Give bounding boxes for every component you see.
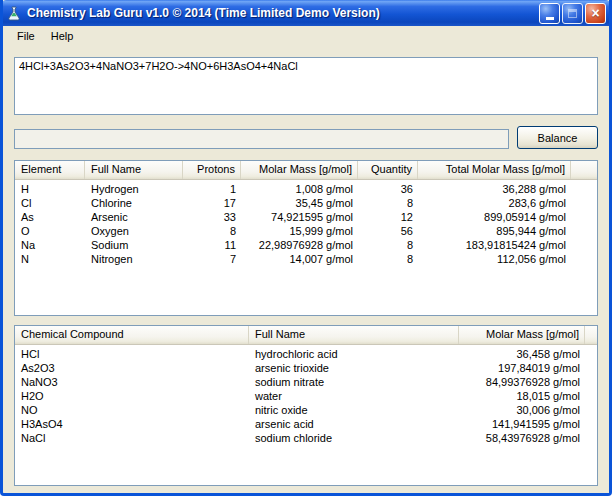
table-cell: hydrochloric acid <box>249 347 459 361</box>
table-cell: NaCl <box>15 431 249 445</box>
compounds-listview: Chemical Compound Full Name Molar Mass [… <box>14 325 598 486</box>
table-cell: 8 <box>358 252 418 266</box>
table-cell: 36 <box>358 182 418 196</box>
table-cell: water <box>249 389 459 403</box>
table-cell: 74,921595 g/mol <box>241 210 358 224</box>
table-cell: O <box>15 224 85 238</box>
column-header-filler <box>585 326 597 344</box>
column-header-protons[interactable]: Protons <box>183 161 241 179</box>
column-header-total-molar-mass[interactable]: Total Molar Mass [g/mol] <box>418 161 571 179</box>
table-row[interactable]: NaNO3sodium nitrate84,99376928 g/mol <box>15 375 597 389</box>
table-cell: 33 <box>183 210 241 224</box>
table-row[interactable]: AsArsenic3374,921595 g/mol12899,05914 g/… <box>15 210 597 224</box>
table-cell: 36,288 g/mol <box>418 182 571 196</box>
table-cell: As2O3 <box>15 361 249 375</box>
compounds-table-body: HClhydrochloric acid36,458 g/molAs2O3ars… <box>15 345 597 445</box>
table-cell: 56 <box>358 224 418 238</box>
table-cell: N <box>15 252 85 266</box>
table-cell: 7 <box>183 252 241 266</box>
table-cell: HCl <box>15 347 249 361</box>
table-cell: 8 <box>358 238 418 252</box>
table-row[interactable]: HHydrogen11,008 g/mol3636,288 g/mol <box>15 182 597 196</box>
table-row[interactable]: NOnitric oxide30,006 g/mol <box>15 403 597 417</box>
table-cell: H2O <box>15 389 249 403</box>
table-cell: 18,015 g/mol <box>459 389 585 403</box>
window-title: Chemistry Lab Guru v1.0 © 2014 (Time Lim… <box>27 6 539 20</box>
column-header-element[interactable]: Element <box>15 161 85 179</box>
table-cell: sodium chloride <box>249 431 459 445</box>
table-cell: arsenic trioxide <box>249 361 459 375</box>
window-controls: × <box>539 3 606 24</box>
elements-table-header: Element Full Name Protons Molar Mass [g/… <box>15 161 597 180</box>
table-cell: nitric oxide <box>249 403 459 417</box>
minimize-icon <box>546 17 554 20</box>
table-cell: 112,056 g/mol <box>418 252 571 266</box>
column-header-molar-mass[interactable]: Molar Mass [g/mol] <box>241 161 358 179</box>
table-cell: 22,98976928 g/mol <box>241 238 358 252</box>
titlebar[interactable]: Chemistry Lab Guru v1.0 © 2014 (Time Lim… <box>0 0 612 26</box>
table-cell: Cl <box>15 196 85 210</box>
column-header-chemical-compound[interactable]: Chemical Compound <box>15 326 249 344</box>
table-cell: Sodium <box>85 238 183 252</box>
table-row[interactable]: OOxygen815,999 g/mol56895,944 g/mol <box>15 224 597 238</box>
table-row[interactable]: H2Owater18,015 g/mol <box>15 389 597 403</box>
balanced-equation-input[interactable] <box>14 129 509 149</box>
table-cell: Na <box>15 238 85 252</box>
column-header-filler <box>571 161 597 179</box>
table-row[interactable]: NNitrogen714,007 g/mol8112,056 g/mol <box>15 252 597 266</box>
table-cell: Hydrogen <box>85 182 183 196</box>
table-cell: Arsenic <box>85 210 183 224</box>
table-cell: sodium nitrate <box>249 375 459 389</box>
app-flask-icon <box>6 5 22 21</box>
table-cell: 895,944 g/mol <box>418 224 571 238</box>
table-cell: 899,05914 g/mol <box>418 210 571 224</box>
close-icon: × <box>591 6 599 20</box>
table-cell: H <box>15 182 85 196</box>
table-row[interactable]: HClhydrochloric acid36,458 g/mol <box>15 347 597 361</box>
table-cell: 141,941595 g/mol <box>459 417 585 431</box>
table-row[interactable]: NaClsodium chloride58,43976928 g/mol <box>15 431 597 445</box>
table-cell: NO <box>15 403 249 417</box>
table-cell: 197,84019 g/mol <box>459 361 585 375</box>
table-cell: Nitrogen <box>85 252 183 266</box>
table-row[interactable]: As2O3arsenic trioxide197,84019 g/mol <box>15 361 597 375</box>
table-row[interactable]: NaSodium1122,98976928 g/mol8183,91815424… <box>15 238 597 252</box>
menu-file[interactable]: File <box>9 26 43 49</box>
column-header-molar-mass[interactable]: Molar Mass [g/mol] <box>459 326 585 344</box>
table-cell: 17 <box>183 196 241 210</box>
table-cell: NaNO3 <box>15 375 249 389</box>
balance-button[interactable]: Balance <box>517 126 598 149</box>
close-button[interactable]: × <box>585 3 606 24</box>
table-cell: 8 <box>183 224 241 238</box>
menu-bar: File Help <box>3 26 609 49</box>
equation-textarea[interactable]: 4HCl+3As2O3+4NaNO3+7H2O->4NO+6H3AsO4+4Na… <box>14 57 598 115</box>
table-cell: arsenic acid <box>249 417 459 431</box>
table-cell: Oxygen <box>85 224 183 238</box>
table-row[interactable]: H3AsO4arsenic acid141,941595 g/mol <box>15 417 597 431</box>
table-row[interactable]: ClChlorine1735,45 g/mol8283,6 g/mol <box>15 196 597 210</box>
compounds-table-header: Chemical Compound Full Name Molar Mass [… <box>15 326 597 345</box>
column-header-full-name[interactable]: Full Name <box>249 326 459 344</box>
minimize-button[interactable] <box>539 3 560 24</box>
elements-listview: Element Full Name Protons Molar Mass [g/… <box>14 160 598 316</box>
table-cell: H3AsO4 <box>15 417 249 431</box>
table-cell: Chlorine <box>85 196 183 210</box>
table-cell: 1,008 g/mol <box>241 182 358 196</box>
table-cell: 283,6 g/mol <box>418 196 571 210</box>
menu-help[interactable]: Help <box>43 26 82 49</box>
table-cell: 12 <box>358 210 418 224</box>
column-header-quantity[interactable]: Quantity <box>358 161 418 179</box>
table-cell: 58,43976928 g/mol <box>459 431 585 445</box>
maximize-button[interactable] <box>562 3 583 24</box>
table-cell: 1 <box>183 182 241 196</box>
table-cell: 35,45 g/mol <box>241 196 358 210</box>
app-window: Chemistry Lab Guru v1.0 © 2014 (Time Lim… <box>0 0 612 496</box>
table-cell: 8 <box>358 196 418 210</box>
elements-table-body: HHydrogen11,008 g/mol3636,288 g/molClChl… <box>15 180 597 266</box>
column-header-full-name[interactable]: Full Name <box>85 161 183 179</box>
table-cell: 15,999 g/mol <box>241 224 358 238</box>
table-cell: 84,99376928 g/mol <box>459 375 585 389</box>
table-cell: 183,91815424 g/mol <box>418 238 571 252</box>
table-cell: As <box>15 210 85 224</box>
table-cell: 36,458 g/mol <box>459 347 585 361</box>
